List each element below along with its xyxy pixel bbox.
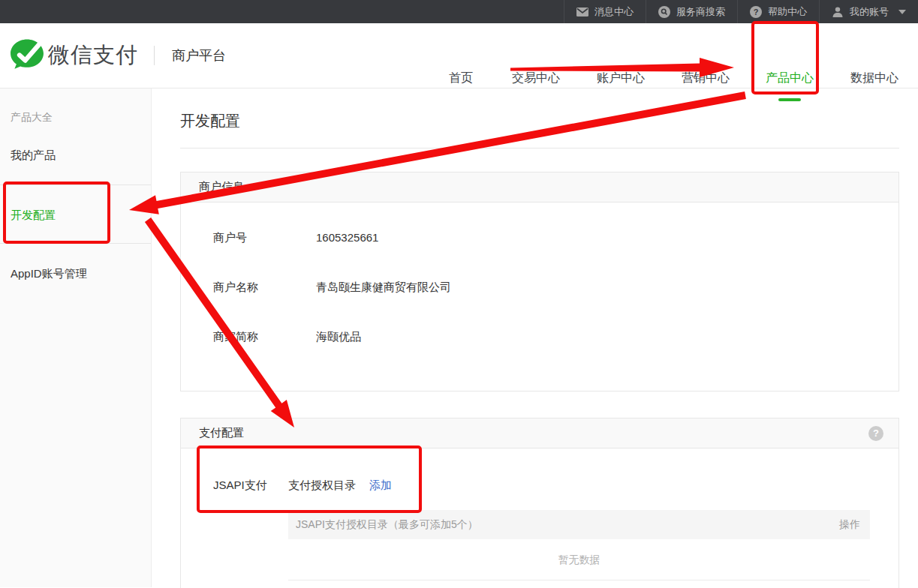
message-center-label: 消息中心 [594,5,634,19]
payment-config-title: 支付配置 [199,426,244,440]
sidebar-item-my-products[interactable]: 我的产品 [0,125,151,184]
merchant-name-row: 商户名称 青岛颐生康健商贸有限公司 [213,279,898,295]
nav-data-center[interactable]: 数据中心 [850,70,898,86]
sidebar-item-appid-manage[interactable]: AppID账号管理 [0,244,151,303]
merchant-name-label: 商户名称 [213,279,316,295]
jsapi-pay-row: JSAPI支付 支付授权目录 添加 [213,477,898,493]
svg-text:?: ? [754,8,759,16]
merchant-info-card-header: 商户信息 [181,172,898,202]
auth-directory-table-header: JSAPI支付授权目录（最多可添加5个） 操作 [288,510,870,539]
help-tooltip-icon[interactable]: ? [868,426,883,441]
brand-home-link[interactable]: 微信支付 商户平台 [10,38,226,73]
main-content: 开发配置 商户信息 商户号 1605325661 商户名称 青岛颐生康健商贸有限… [152,88,918,587]
jsapi-pay-label: JSAPI支付 [213,477,288,493]
auth-directory-table: JSAPI支付授权目录（最多可添加5个） 操作 暂无数据 [288,510,870,580]
nav-trade-center[interactable]: 交易中心 [512,70,560,86]
merchant-id-row: 商户号 1605325661 [213,230,898,245]
nav-home[interactable]: 首页 [449,70,473,86]
main-header: 微信支付 商户平台 首页 交易中心 账户中心 营销中心 产品中心 数据中心 [0,23,918,88]
merchant-shortname-label: 商家简称 [213,328,316,344]
merchant-id-label: 商户号 [213,230,316,245]
sidebar-section-title: 产品大全 [0,88,151,125]
merchant-id-value: 1605325661 [316,230,378,245]
top-utility-bar: 消息中心 服务商搜索 ? 帮助中心 我的账号 [0,0,918,23]
page-body: 产品大全 我的产品 开发配置 AppID账号管理 开发配置 商户信息 商户号 1… [0,88,918,587]
auth-directory-label: 支付授权目录 [288,477,356,493]
my-account-label: 我的账号 [850,5,889,19]
search-icon [658,6,670,18]
nav-marketing-center[interactable]: 营销中心 [682,70,730,86]
brand-name: 微信支付 [48,40,138,70]
page-title: 开发配置 [180,112,918,129]
merchant-info-title: 商户信息 [199,180,244,194]
service-provider-search-link[interactable]: 服务商搜索 [646,0,737,23]
portal-name: 商户平台 [172,46,226,64]
directory-column-header: JSAPI支付授权目录（最多可添加5个） [296,518,478,532]
action-column-header: 操作 [839,518,860,532]
payment-config-card-header: 支付配置 ? [181,418,898,448]
sidebar-nav: 我的产品 开发配置 AppID账号管理 [0,125,151,303]
chevron-down-icon [898,10,906,14]
payment-config-body: JSAPI支付 支付授权目录 添加 JSAPI支付授权目录（最多可添加5个） 操… [181,448,898,588]
message-center-link[interactable]: 消息中心 [564,0,646,23]
user-icon [832,6,844,18]
help-center-link[interactable]: ? 帮助中心 [737,0,819,23]
wechat-pay-logo-icon [10,38,44,73]
sidebar-item-dev-config[interactable]: 开发配置 [0,184,151,244]
title-divider [180,148,899,148]
merchant-info-card: 商户信息 商户号 1605325661 商户名称 青岛颐生康健商贸有限公司 商家… [180,172,899,392]
nav-product-center[interactable]: 产品中心 [766,70,814,86]
merchant-shortname-row: 商家简称 海颐优品 [213,328,898,344]
merchant-shortname-value: 海颐优品 [316,328,361,344]
my-account-menu[interactable]: 我的账号 [819,0,918,23]
add-directory-link[interactable]: 添加 [369,477,392,493]
empty-data-row: 暂无数据 [288,539,870,580]
help-center-label: 帮助中心 [768,5,807,19]
mail-icon [576,8,588,16]
payment-config-card: 支付配置 ? JSAPI支付 支付授权目录 添加 JSAPI支付授权目录（最多可… [180,418,899,588]
service-provider-search-label: 服务商搜索 [676,5,725,19]
merchant-info-body: 商户号 1605325661 商户名称 青岛颐生康健商贸有限公司 商家简称 海颐… [181,202,898,391]
help-icon: ? [750,6,762,18]
sidebar: 产品大全 我的产品 开发配置 AppID账号管理 [0,88,152,587]
nav-account-center[interactable]: 账户中心 [597,70,645,86]
merchant-name-value: 青岛颐生康健商贸有限公司 [316,279,451,295]
brand-divider [154,46,155,65]
